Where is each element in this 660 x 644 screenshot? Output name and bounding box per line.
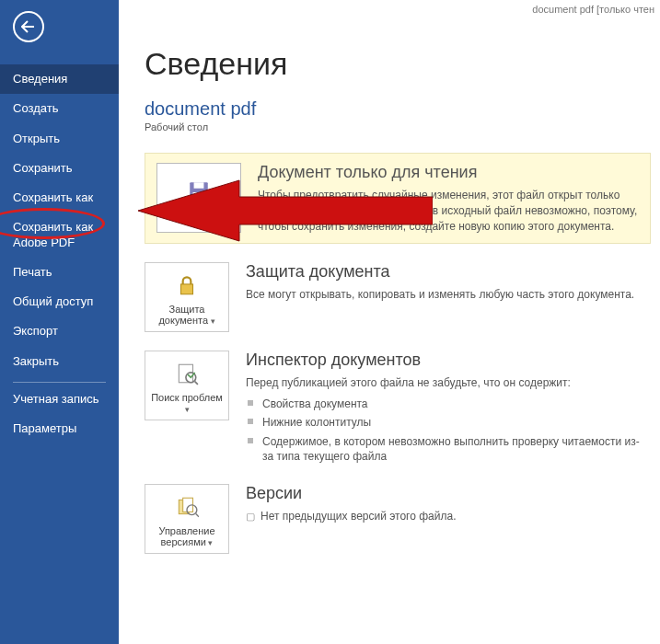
arrow-left-icon (21, 19, 36, 34)
versions-icon (172, 492, 202, 522)
svg-rect-2 (193, 192, 205, 201)
doc-small-icon: ▢ (246, 511, 255, 522)
inspect-item: Свойства документа (246, 395, 647, 413)
inspect-list: Свойства документа Нижние колонтитулы Со… (246, 395, 647, 466)
sidebar-item-account[interactable]: Учетная запись (0, 385, 119, 414)
inspect-heading: Инспектор документов (246, 351, 647, 370)
page-title: Сведения (145, 46, 651, 82)
inspect-icon (172, 359, 202, 388)
readonly-body: Чтобы предотвратить случайные изменения,… (258, 188, 639, 234)
save-as-tile-label: Сохранить как (165, 210, 233, 221)
sidebar-item-print[interactable]: Печать (0, 258, 119, 287)
sidebar-separator (13, 382, 106, 383)
sidebar-item-open[interactable]: Открыть (0, 124, 119, 154)
backstage-sidebar: Сведения Создать Открыть Сохранить Сохра… (0, 0, 119, 644)
save-as-tile[interactable]: Сохранить как (156, 163, 241, 233)
sidebar-item-options[interactable]: Параметры (0, 414, 119, 443)
versions-body: ▢Нет предыдущих версий этого файла. (246, 509, 647, 524)
versions-section: Управление версиями Версии ▢Нет предыдущ… (145, 484, 651, 554)
document-title: document pdf (145, 98, 651, 120)
sidebar-item-export[interactable]: Экспорт (0, 316, 119, 346)
sidebar-item-close[interactable]: Закрыть (0, 347, 119, 376)
versions-tile[interactable]: Управление версиями (145, 484, 229, 554)
sidebar-item-save[interactable]: Сохранить (0, 154, 119, 183)
sidebar-item-save-as[interactable]: Сохранить как (0, 183, 119, 213)
svg-rect-1 (194, 182, 204, 189)
sidebar-item-info[interactable]: Сведения (0, 64, 119, 94)
protect-document-tile-label: Защита документа (149, 304, 225, 326)
versions-tile-label: Управление версиями (149, 525, 225, 547)
protect-section: Защита документа Защита документа Все мо… (145, 262, 651, 332)
inspect-item: Содержимое, в котором невозможно выполни… (246, 432, 647, 466)
protect-document-tile[interactable]: Защита документа (145, 262, 229, 332)
svg-rect-3 (181, 284, 193, 294)
sidebar-item-share[interactable]: Общий доступ (0, 287, 119, 316)
inspect-section: Поиск проблем Инспектор документов Перед… (145, 351, 651, 466)
info-content: Сведения document pdf Рабочий стол Сохра… (119, 0, 660, 644)
back-button[interactable] (13, 11, 44, 42)
protect-body: Все могут открывать, копировать и изменя… (246, 287, 647, 303)
sidebar-item-new[interactable]: Создать (0, 94, 119, 123)
inspect-lead: Перед публикацией этого файла не забудьт… (246, 375, 647, 391)
readonly-banner: Сохранить как Документ только для чтения… (145, 153, 651, 244)
document-location: Рабочий стол (145, 121, 651, 132)
lock-icon (172, 270, 202, 300)
versions-heading: Версии (246, 484, 647, 503)
inspect-tile-label: Поиск проблем (149, 392, 225, 414)
disk-icon (184, 177, 214, 206)
inspect-tile[interactable]: Поиск проблем (145, 351, 229, 420)
sidebar-item-save-as-adobe-pdf[interactable]: Сохранить как Adobe PDF (0, 213, 119, 258)
protect-heading: Защита документа (246, 262, 647, 282)
readonly-heading: Документ только для чтения (258, 163, 639, 182)
inspect-item: Нижние колонтитулы (246, 413, 647, 431)
